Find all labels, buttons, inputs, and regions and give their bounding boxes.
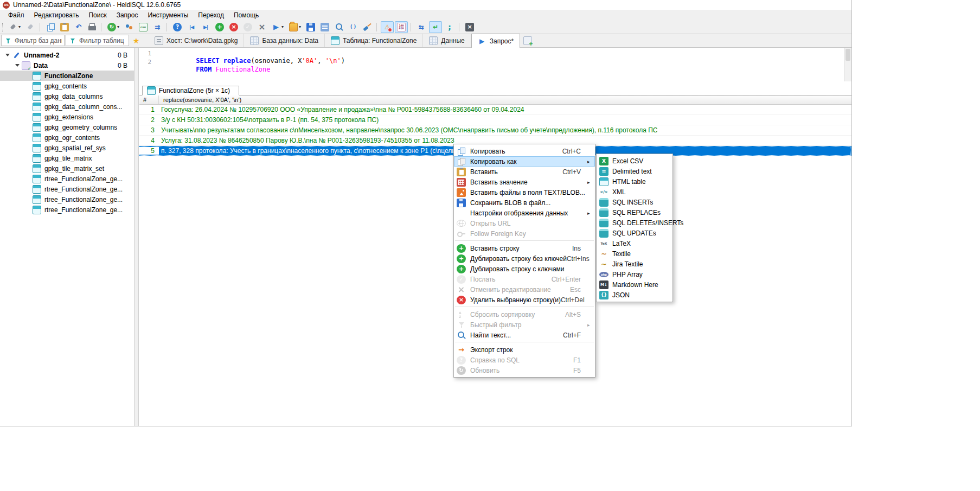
menu-item[interactable]: Помощь (229, 10, 264, 20)
submenu-item[interactable]: SQL UPDATEs (597, 228, 672, 238)
toolbar-button[interactable] (86, 21, 98, 33)
context-menu-item[interactable]: Экспорт строк (454, 345, 595, 355)
database-filter-input[interactable] (15, 37, 62, 44)
tree-item[interactable]: gpkg_ogr_contents (0, 132, 134, 143)
toolbar-button[interactable] (361, 21, 374, 33)
context-menu-item[interactable]: Дублировать строку без ключей Ctrl+Ins (454, 253, 595, 264)
submenu-item[interactable]: Markdown Here (597, 279, 672, 290)
submenu-item[interactable]: LaTeX (597, 238, 672, 248)
toolbar-button[interactable] (58, 21, 71, 33)
tree-item[interactable]: Unnamed-2 0 B (0, 50, 134, 60)
tree-item[interactable]: Data 0 B (0, 60, 134, 71)
toolbar-button[interactable] (24, 21, 37, 33)
expand-chevron-icon[interactable] (3, 54, 12, 56)
dropdown-arrow-icon[interactable] (299, 24, 301, 29)
toolbar-grip[interactable] (2, 23, 4, 31)
toolbar-button[interactable] (255, 21, 268, 33)
submenu-item[interactable]: Jira Textile (597, 259, 672, 269)
tree-item[interactable]: rtree_FunctionalZone_ge... (0, 174, 134, 184)
menu-item[interactable]: Инструменты (143, 10, 193, 20)
context-menu-item[interactable]: Вставить файлы в поля TEXT/BLOB... (454, 187, 595, 197)
toolbar-button[interactable] (318, 21, 331, 33)
context-menu-item[interactable]: Копировать Ctrl+C (454, 146, 595, 156)
toolbar-button[interactable] (137, 21, 150, 33)
context-menu-item[interactable]: Follow Foreign Key (454, 228, 595, 239)
tree-item[interactable]: rtree_FunctionalZone_ge... (0, 205, 134, 215)
submenu-item[interactable]: SQL INSERTs (597, 197, 672, 207)
submenu-item[interactable]: JSON (597, 290, 672, 300)
context-menu-item[interactable]: Обновить F5 (454, 365, 595, 375)
toolbar-button[interactable] (151, 21, 164, 33)
main-tab[interactable]: Данные (423, 34, 471, 47)
tree-splitter[interactable] (134, 48, 139, 426)
context-menu-item[interactable]: Удалить выбранную строку(и) Ctrl+Del (454, 295, 595, 305)
dropdown-arrow-icon[interactable] (18, 24, 21, 29)
menu-item[interactable]: Переход (193, 10, 229, 20)
sql-editor[interactable]: 1 SELECT replace(osnovanie, X'0A', '\n')… (139, 48, 851, 82)
context-menu-item[interactable]: Сбросить сортировку Alt+S (454, 309, 595, 320)
toolbar-button[interactable] (72, 21, 85, 33)
menu-item[interactable]: Поиск (84, 10, 111, 20)
context-menu-item[interactable]: Найти текст... Ctrl+F (454, 330, 595, 340)
toolbar-button[interactable] (270, 21, 286, 33)
tree-item[interactable]: gpkg_data_column_cons... (0, 101, 134, 112)
toolbar-button[interactable] (443, 21, 456, 33)
toolbar-button[interactable] (241, 21, 254, 33)
toolbar-button[interactable] (105, 21, 121, 33)
toolbar-button[interactable] (213, 21, 226, 33)
toolbar-button[interactable] (287, 21, 303, 33)
tree-item[interactable]: gpkg_spatial_ref_sys (0, 143, 134, 153)
tree-item[interactable]: gpkg_tile_matrix (0, 153, 134, 163)
favorites-button[interactable] (129, 34, 143, 47)
value-column-header[interactable]: replace(osnovanie, X'0A', '\n') (159, 97, 241, 103)
toolbar-button[interactable] (429, 21, 442, 33)
expand-chevron-icon[interactable] (13, 64, 22, 67)
dropdown-arrow-icon[interactable] (117, 24, 119, 29)
toolbar-button[interactable] (463, 21, 476, 33)
tree-item[interactable]: rtree_FunctionalZone_ge... (0, 184, 134, 194)
toolbar-button[interactable] (123, 21, 136, 33)
table-row[interactable]: 2 З/у с КН 50:31:0030602:1054\nотразить … (139, 115, 851, 125)
context-menu-item[interactable]: Дублировать строку с ключами (454, 264, 595, 274)
toolbar-button[interactable] (395, 21, 408, 33)
submenu-item[interactable]: Textile (597, 248, 672, 259)
context-menu-item[interactable]: Открыть URL (454, 218, 595, 228)
submenu-item[interactable]: HTML table (597, 176, 672, 187)
submenu-item[interactable]: Excel CSV (597, 156, 672, 166)
context-menu-item[interactable]: Быстрый фильтр (454, 320, 595, 330)
tree-item[interactable]: gpkg_data_columns (0, 91, 134, 101)
tree-item[interactable]: gpkg_tile_matrix_set (0, 163, 134, 174)
table-row[interactable]: 1 Госуслуча: 26.04.2024 № 10295706920 ОО… (139, 105, 851, 115)
table-row[interactable]: 3 Учитывать\nпо результатам согласования… (139, 125, 851, 136)
toolbar-button[interactable] (227, 21, 240, 33)
toolbar-button[interactable] (304, 21, 317, 33)
context-menu-item[interactable]: Отменить редактирование Esc (454, 284, 595, 295)
menu-item[interactable]: Файл (3, 10, 29, 20)
context-menu-item[interactable]: Справка по SQL F1 (454, 355, 595, 365)
main-tab[interactable]: Запрос* (471, 34, 520, 48)
submenu-item[interactable]: SQL DELETEs/INSERTs (597, 218, 672, 228)
context-menu-item[interactable]: Вставить значение (454, 177, 595, 187)
context-menu-item[interactable]: Послать Ctrl+Enter (454, 274, 595, 284)
tree-item[interactable]: gpkg_geometry_columns (0, 122, 134, 132)
submenu-item[interactable]: Delimited text (597, 166, 672, 176)
tree-item[interactable]: gpkg_extensions (0, 112, 134, 122)
toolbar-button[interactable] (347, 21, 360, 33)
tree-item[interactable]: gpkg_contents (0, 81, 134, 91)
submenu-item[interactable]: XML (597, 187, 672, 197)
results-tab[interactable]: FunctionalZone (5r × 1c) (142, 86, 239, 95)
context-menu-item[interactable]: Копировать как (454, 156, 595, 167)
toolbar-button[interactable] (44, 21, 57, 33)
menu-item[interactable]: Запрос (112, 10, 143, 20)
toolbar-button[interactable] (7, 21, 23, 33)
table-filter-input[interactable] (79, 37, 126, 44)
editor-scrollbar[interactable] (844, 48, 851, 81)
row-number-column-header[interactable]: # (139, 95, 159, 104)
toolbar-button[interactable] (381, 21, 394, 33)
context-menu-item[interactable]: Настройки отображения данных (454, 208, 595, 218)
new-query-tab-button[interactable] (520, 34, 535, 47)
toolbar-button[interactable] (332, 21, 345, 33)
context-menu-item[interactable]: Сохранить BLOB в файл... (454, 197, 595, 208)
submenu-item[interactable]: SQL REPLACEs (597, 207, 672, 218)
toolbar-button[interactable] (171, 21, 184, 33)
